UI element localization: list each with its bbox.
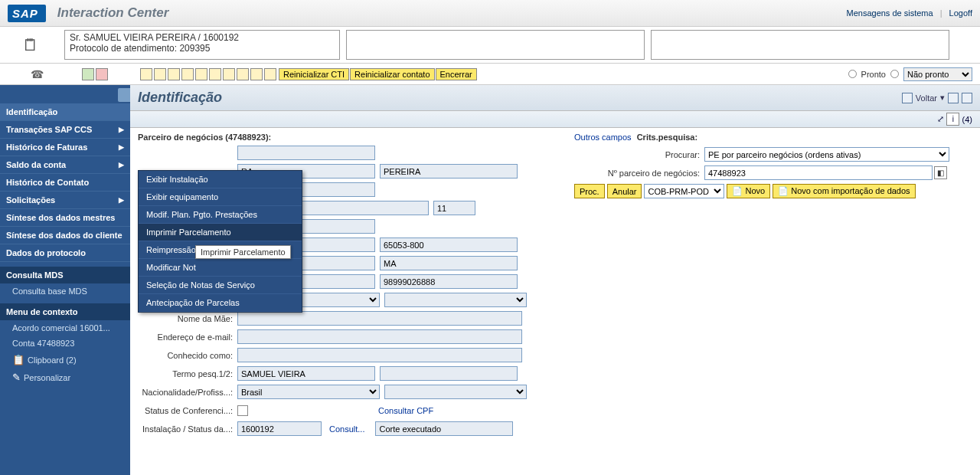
close-button[interactable]: Encerrar [436,68,477,80]
link-outros-campos[interactable]: Outros campos [574,133,632,142]
label-status-conf: Status de Conferenci...: [138,406,237,415]
field-status-instalacao[interactable] [375,421,513,436]
info-count: (4) [962,115,972,124]
toolbar-icon-4[interactable] [181,68,194,80]
nav-historico-contato[interactable]: Histórico de Contato [0,174,130,192]
toolbar-icon-2[interactable] [154,68,166,80]
ctx-exibir-equipamento[interactable]: Exibir equipamento [139,188,302,206]
chevron-right-icon: ▶ [119,143,124,151]
field-email[interactable] [237,329,522,344]
ctx-modif-plan[interactable]: Modif. Plan. Pgto. Prestações [139,206,302,224]
chevron-right-icon: ▶ [119,161,124,169]
field-nome-mae[interactable] [237,311,522,326]
header-box-3 [651,30,949,60]
select-estado-civil[interactable] [384,293,527,307]
novo-import-button[interactable]: 📄 Novo com importação de dados [773,184,915,198]
label-termo: Termo pesq.1/2: [138,369,237,378]
search-help-icon[interactable]: ◧ [934,166,947,179]
note-icon: 🗒 [0,27,61,63]
toolbar-icon-3[interactable] [168,68,180,80]
nav-saldo[interactable]: Saldo da conta▶ [0,156,130,174]
info-icon[interactable]: i [946,113,959,126]
toolbar-icon-9[interactable] [250,68,263,80]
reinit-contact-button[interactable]: Reinicializar contato [350,68,434,80]
page-title: Identificação [138,90,222,106]
novo-button[interactable]: 📄 Novo [727,184,770,198]
toolbar-icon-8[interactable] [237,68,249,80]
ready-radio[interactable] [848,70,857,78]
nav-identificacao[interactable]: Identificação [0,103,130,121]
label-conhecido: Conhecido como: [138,351,237,360]
field-termo2[interactable] [380,366,518,381]
nav-historico-faturas[interactable]: Histórico de Faturas▶ [0,139,130,156]
anular-button[interactable]: Anular [607,184,642,198]
ctx-antecipacao[interactable]: Antecipação de Parcelas [139,294,302,312]
field-numero[interactable] [433,201,475,215]
ctx-exibir-instalacao[interactable]: Exibir Instalação [139,171,302,188]
customer-name: Sr. SAMUEL VIEIRA PEREIRA / 1600192 [70,32,335,43]
sap-logo: SAP [8,5,46,22]
chevron-right-icon: ▶ [119,196,124,204]
checkbox-status-conf[interactable] [237,405,248,416]
accept-icon[interactable] [82,68,94,80]
sidebar-collapse-icon[interactable] [118,88,130,102]
ctx-conta[interactable]: Conta 47488923 [0,336,130,351]
field-termo1[interactable] [237,366,375,381]
logoff-link[interactable]: Logoff [949,8,972,18]
field-hidden-1[interactable] [237,146,375,160]
ready-label: Pronto [861,70,886,79]
protocol-line: Protocolo de atendimento: 209395 [70,43,335,54]
toolbar-icon-1[interactable] [140,68,152,80]
tooltip: Imprimir Parcelamento [195,245,291,259]
forward-icon[interactable] [962,93,972,103]
ctx-imprimir-parcelamento[interactable]: Imprimir Parcelamento [139,224,302,241]
pencil-icon: ✎ [12,372,21,383]
label-nome-mae: Nome da Mãe: [138,314,237,323]
select-profissao[interactable] [384,385,527,399]
toolbar-icon-6[interactable] [209,68,221,80]
link-consult[interactable]: Consult... [329,424,364,434]
chevron-right-icon: ▶ [119,126,124,133]
field-conhecido[interactable] [237,348,522,362]
ctx-selecao-notas[interactable]: Seleção de Notas de Serviço [139,277,302,294]
select-nacionalidade[interactable]: Brasil [237,385,380,399]
nav-consulta-mds[interactable]: Consulta base MDS [0,283,130,299]
toolbar-icon-10[interactable] [264,68,276,80]
not-ready-radio[interactable] [890,70,899,78]
nav-solicitacoes[interactable]: Solicitações▶ [0,192,130,209]
crits-label: Crits.pesquisa: [637,133,697,142]
field-celular[interactable] [380,274,518,289]
customer-info-box: Sr. SAMUEL VIEIRA PEREIRA / 1600192 Prot… [64,30,340,60]
link-consultar-cpf[interactable]: Consultar CPF [378,406,433,415]
nav-sintese-cliente[interactable]: Síntese dos dados do cliente [0,227,130,244]
reject-icon[interactable] [96,68,108,80]
ctx-acordo[interactable]: Acordo comercial 16001... [0,320,130,336]
nav-transacoes[interactable]: Transações SAP CCS▶ [0,121,130,139]
reinit-cti-button[interactable]: Reinicializar CTI [279,68,349,80]
status-select[interactable]: Não pronto [903,67,972,81]
label-instalacao: Instalação / Status da...: [138,424,237,434]
toolbar-icon-5[interactable] [195,68,207,80]
proc-button[interactable]: Proc. [574,184,605,198]
label-procurar: Procurar: [574,150,704,159]
nav-dados-protocolo[interactable]: Dados do protocolo [0,244,130,262]
input-num-parceiro[interactable] [704,165,933,180]
field-estado[interactable] [380,256,518,270]
ctx-personalizar[interactable]: ✎Personalizar [0,369,130,386]
nav-sintese-mestres[interactable]: Síntese dos dados mestres [0,209,130,227]
select-procurar[interactable]: PE por parceiro negócios (ordens ativas) [704,147,949,162]
field-cep[interactable] [380,238,518,252]
field-nome2[interactable] [380,164,518,179]
back-label[interactable]: Voltar [916,93,937,103]
back-icon[interactable] [902,93,913,103]
label-num-parceiro: Nº parceiro de negócios: [574,169,704,178]
ctx-modificar-not[interactable]: Modificar Not [139,259,302,277]
field-instalacao[interactable] [237,421,322,436]
toolbar-icon-7[interactable] [223,68,235,80]
clipboard-icon: 📋 [12,354,24,365]
expand-icon[interactable]: ⤢ [937,114,944,124]
system-messages-link[interactable]: Mensagens de sistema [847,8,933,18]
select-cob[interactable]: COB-PRM-POD [644,184,724,198]
history-icon[interactable] [948,93,959,103]
ctx-clipboard[interactable]: 📋Clipboard (2) [0,351,130,369]
